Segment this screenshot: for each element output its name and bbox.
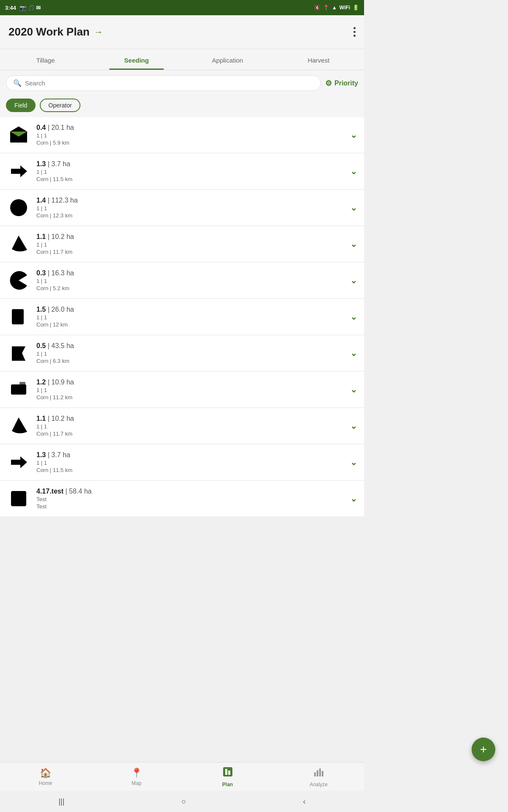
dot1 xyxy=(353,27,356,29)
dot3 xyxy=(353,35,356,37)
list-item[interactable]: 1.2 | 10.9 ha 1 | 1 Corn | 11.2 km ⌄ xyxy=(0,372,364,407)
field-icon xyxy=(7,159,30,183)
search-input[interactable] xyxy=(25,80,314,87)
search-input-wrap[interactable]: 🔍 xyxy=(6,75,321,91)
field-name: 1.1 | 10.2 ha xyxy=(36,415,350,422)
nav-analyze-label: Analyze xyxy=(309,782,328,787)
field-ratio: 1 | 1 xyxy=(36,241,350,248)
field-crop-distance: Corn | 11.5 km xyxy=(36,176,350,182)
chip-operator[interactable]: Operator xyxy=(40,99,80,112)
field-ratio: 1 | 1 xyxy=(36,351,350,357)
svg-rect-8 xyxy=(314,772,316,776)
location-icon: 📍 xyxy=(323,5,329,11)
home-button[interactable]: ○ xyxy=(182,797,186,806)
list-item[interactable]: 1.1 | 10.2 ha 1 | 1 Corn | 11.7 km ⌄ xyxy=(0,226,364,262)
field-ratio: 1 | 1 xyxy=(36,423,350,430)
nav-plan[interactable]: Plan xyxy=(182,763,273,791)
field-crop-distance: Corn | 11.5 km xyxy=(36,467,350,473)
filter-chips: Field Operator xyxy=(0,96,364,117)
list-item[interactable]: 0.3 | 16.3 ha 1 | 1 Corn | 5.2 km ⌄ xyxy=(0,263,364,298)
nav-analyze[interactable]: Analyze xyxy=(273,763,364,791)
nav-home[interactable]: 🏠 Home xyxy=(0,763,91,791)
svg-rect-1 xyxy=(12,309,24,324)
field-crop-distance: Corn | 11.7 km xyxy=(36,249,350,255)
field-name: 0.4 | 20.1 ha xyxy=(36,124,350,132)
header-arrow-icon[interactable]: → xyxy=(94,27,103,38)
expand-icon[interactable]: ⌄ xyxy=(350,166,357,176)
field-icon xyxy=(7,123,30,147)
field-name: 1.3 | 3.7 ha xyxy=(36,451,350,459)
tab-bar: Tillage Seeding Application Harvest xyxy=(0,49,364,70)
field-icon xyxy=(7,414,30,438)
priority-label: Priority xyxy=(334,80,358,87)
chip-field[interactable]: Field xyxy=(6,99,36,112)
field-name: 1.3 | 3.7 ha xyxy=(36,160,350,168)
field-crop-distance: Test xyxy=(36,503,350,510)
field-icon xyxy=(7,305,30,329)
field-icon xyxy=(7,487,30,510)
recents-button[interactable]: ||| xyxy=(58,797,64,806)
list-item[interactable]: 1.3 | 3.7 ha 1 | 1 Corn | 11.5 km ⌄ xyxy=(0,154,364,189)
field-list: 0.4 | 20.1 ha 1 | 1 Corn | 5.9 km ⌄ 1.3 … xyxy=(0,117,364,516)
tab-harvest[interactable]: Harvest xyxy=(273,49,364,70)
nav-map[interactable]: 📍 Map xyxy=(91,763,182,791)
list-item[interactable]: 1.4 | 112.3 ha 1 | 1 Corn | 12.3 km ⌄ xyxy=(0,190,364,225)
field-info: 1.3 | 3.7 ha 1 | 1 Corn | 11.5 km xyxy=(36,160,350,182)
expand-icon[interactable]: ⌄ xyxy=(350,275,357,285)
svg-rect-5 xyxy=(223,767,232,776)
tab-application[interactable]: Application xyxy=(182,49,273,70)
field-icon xyxy=(7,232,30,256)
signal-icon: ▲ xyxy=(332,5,337,11)
expand-icon[interactable]: ⌄ xyxy=(350,494,357,504)
android-nav: ||| ○ ‹ xyxy=(0,791,364,812)
field-crop-distance: Corn | 5.2 km xyxy=(36,285,350,291)
svg-rect-4 xyxy=(11,491,26,506)
list-item[interactable]: 1.5 | 26.0 ha 1 | 1 Corn | 12 km ⌄ xyxy=(0,299,364,335)
field-crop-distance: Corn | 5.9 km xyxy=(36,140,350,146)
field-ratio: 1 | 1 xyxy=(36,314,350,321)
field-icon xyxy=(7,196,30,219)
expand-icon[interactable]: ⌄ xyxy=(350,312,357,322)
tab-seeding[interactable]: Seeding xyxy=(91,49,182,70)
field-icon xyxy=(7,269,30,292)
expand-icon[interactable]: ⌄ xyxy=(350,348,357,358)
field-info: 0.5 | 43.5 ha 1 | 1 Corn | 6.3 km xyxy=(36,342,350,364)
list-item[interactable]: 0.4 | 20.1 ha 1 | 1 Corn | 5.9 km ⌄ xyxy=(0,117,364,153)
expand-icon[interactable]: ⌄ xyxy=(350,203,357,213)
field-icon xyxy=(7,341,30,365)
list-item[interactable]: 1.1 | 10.2 ha 1 | 1 Corn | 11.7 km ⌄ xyxy=(0,408,364,444)
list-item[interactable]: 0.5 | 43.5 ha 1 | 1 Corn | 6.3 km ⌄ xyxy=(0,335,364,371)
expand-icon[interactable]: ⌄ xyxy=(350,130,357,140)
more-menu-button[interactable] xyxy=(353,27,356,37)
bottom-nav: 🏠 Home 📍 Map Plan Analyze xyxy=(0,762,364,791)
header: 2020 Work Plan → xyxy=(0,15,364,49)
tab-tillage[interactable]: Tillage xyxy=(0,49,91,70)
expand-icon[interactable]: ⌄ xyxy=(350,421,357,431)
field-crop-distance: Corn | 6.3 km xyxy=(36,358,350,364)
svg-rect-9 xyxy=(317,770,318,776)
back-button[interactable]: ‹ xyxy=(303,797,306,806)
battery-icon: 🔋 xyxy=(353,5,359,11)
nav-map-label: Map xyxy=(132,780,141,786)
list-item[interactable]: 4.17.test | 58.4 ha Test Test ⌄ xyxy=(0,481,364,516)
field-ratio: 1 | 1 xyxy=(36,460,350,466)
field-icon xyxy=(7,450,30,474)
field-name: 0.3 | 16.3 ha xyxy=(36,269,350,277)
search-icon: 🔍 xyxy=(13,79,22,87)
home-icon: 🏠 xyxy=(40,768,51,779)
list-item[interactable]: 1.3 | 3.7 ha 1 | 1 Corn | 11.5 km ⌄ xyxy=(0,444,364,480)
priority-filter-button[interactable]: ⚙ Priority xyxy=(325,79,358,88)
field-crop-distance: Corn | 11.7 km xyxy=(36,431,350,437)
header-title-group[interactable]: 2020 Work Plan → xyxy=(8,25,103,38)
work-plan-title: 2020 Work Plan xyxy=(8,25,90,38)
field-icon xyxy=(7,378,30,401)
expand-icon[interactable]: ⌄ xyxy=(350,457,357,467)
field-ratio: 1 | 1 xyxy=(36,132,350,139)
field-ratio: Test xyxy=(36,496,350,502)
field-name: 1.1 | 10.2 ha xyxy=(36,233,350,241)
expand-icon[interactable]: ⌄ xyxy=(350,239,357,249)
expand-icon[interactable]: ⌄ xyxy=(350,384,357,395)
filter-icon: ⚙ xyxy=(325,79,332,88)
field-crop-distance: Corn | 12 km xyxy=(36,321,350,328)
wifi-icon: WiFi xyxy=(340,5,350,11)
